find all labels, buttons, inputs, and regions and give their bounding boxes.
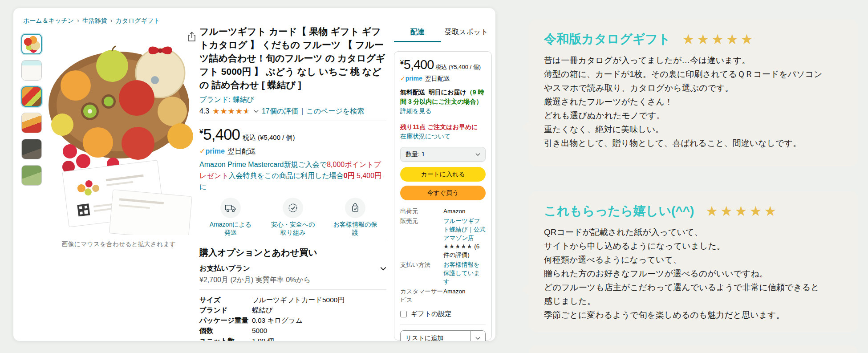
- image-hover-hint: 画像にマウスを合わせると拡大されます: [37, 240, 201, 248]
- thumbnail-4[interactable]: [21, 113, 42, 133]
- speech-tail: [521, 283, 531, 296]
- truck-icon: [220, 198, 241, 218]
- product-info-column: フルーツギフト カード【 果物 ギフト ギフトカタログ 】 くだもの フルーツ …: [199, 25, 386, 341]
- chevron-down-icon[interactable]: [380, 267, 386, 271]
- breadcrumb-daily-goods[interactable]: 生活雑貨: [82, 17, 107, 24]
- review-stars-icon: ★★★★★: [706, 203, 779, 219]
- review-card-partial: [529, 345, 858, 353]
- search-this-page-link[interactable]: このページを検索: [306, 107, 364, 116]
- breadcrumb-catalog-gift[interactable]: カタログギフト: [115, 17, 160, 24]
- delivery-tabs: 配達 受取スポット: [394, 28, 492, 42]
- customer-service-row: カスタマーサービス Amazon: [400, 287, 486, 304]
- secure-transaction-link[interactable]: お客様情報を保護しています: [443, 261, 480, 285]
- product-title: フルーツギフト カード【 果物 ギフト ギフトカタログ 】 くだもの フルーツ …: [199, 25, 386, 92]
- payment-plan-title: お支払いプラン: [199, 264, 250, 273]
- review-title: 令和版カタログギフト: [544, 31, 671, 48]
- chevron-down-icon: [475, 337, 480, 340]
- tab-delivery[interactable]: 配達: [394, 28, 441, 42]
- buy-options-heading: 購入オプションとあわせ買い: [199, 247, 386, 259]
- rating-value[interactable]: 4.3: [199, 107, 209, 115]
- share-icon[interactable]: [187, 31, 198, 43]
- payment-plan-row[interactable]: お支払いプラン ¥2,700月 (2か月) 実質年率 0%から: [199, 264, 386, 285]
- speech-tail: [521, 120, 531, 134]
- divider: [400, 325, 486, 325]
- prime-logo: prime: [205, 147, 225, 155]
- thumbnail-3[interactable]: [21, 86, 42, 107]
- breadcrumb-separator: ›: [77, 17, 79, 24]
- chevron-down-icon: [475, 153, 480, 156]
- thumbnail-1[interactable]: [21, 34, 42, 54]
- divider: [199, 241, 386, 241]
- price-block: ¥5,400税込 (¥5,400 / 個): [199, 126, 386, 143]
- prime-logo: prime: [406, 75, 422, 82]
- review-body: QRコードが記載された紙が入っていて、 サイトから申し込めるようになっていました…: [544, 225, 843, 322]
- review-title: これもらったら嬉しい(^^): [544, 203, 694, 219]
- review-body: 昔は一冊カタログが入ってましたが…今は違います。 薄型の箱に、カードが1枚。その…: [544, 53, 843, 150]
- seller-info: 出荷元 Amazon 販売元 フルーツギフト蝶結び｜公式アマゾン店 ★★★★★ …: [400, 207, 486, 304]
- bag-check-icon: [345, 198, 365, 218]
- prime-shipping-text: 翌日配送: [227, 147, 256, 155]
- thumbnail-6[interactable]: [21, 165, 42, 186]
- table-row: 個数5000: [199, 326, 386, 335]
- payment-method-row: 支払い方法 お客様情報を保護しています: [400, 260, 486, 286]
- review-stars-icon: ★★★★★: [682, 31, 755, 48]
- add-to-list-dropdown: リストに追加: [400, 330, 486, 341]
- add-to-list-button[interactable]: リストに追加: [401, 331, 470, 341]
- product-image[interactable]: [45, 30, 197, 235]
- seller-link[interactable]: フルーツギフト蝶結び｜公式アマゾン店: [443, 218, 486, 241]
- table-row: ブランド蝶結び: [199, 305, 386, 315]
- buybox-prime-row: ✓prime翌日配送: [400, 75, 486, 83]
- stock-warning: 残り11点 ご注文はお早めに 在庫状況について: [400, 122, 486, 141]
- rating-row: 4.3 ★★★★★★ 17個の評価 | このページを検索: [199, 106, 386, 116]
- review-card-1: 令和版カタログギフト ★★★★★ 昔は一冊カタログが入ってましたが…今は違います…: [529, 20, 858, 166]
- table-row: サイズフルーツギフトカード5000円: [199, 295, 386, 304]
- gift-option-row: ギフトの設定: [400, 310, 486, 318]
- price-tax-note: 税込 (¥5,400 / 個): [243, 134, 295, 141]
- buybox-price: ¥5,400 税込 (¥5,400 / 個): [400, 57, 486, 72]
- seal-check-icon: [283, 198, 303, 218]
- prime-check-icon: ✓: [199, 147, 205, 155]
- sold-by-row: 販売元 フルーツギフト蝶結び｜公式アマゾン店 ★★★★★ (6 件の評価): [400, 217, 486, 259]
- table-row: パッケージ重量0.03 キログラム: [199, 316, 386, 325]
- thumbnail-5[interactable]: [21, 139, 42, 159]
- thumbnail-strip: [21, 34, 42, 186]
- product-panel: ホーム＆キッチン›生活雑貨›カタログギフト: [13, 8, 495, 341]
- trust-badges: Amazonによる 発送 安心・安全への 取り組み お客様情報の保 護: [199, 198, 386, 236]
- review-card-2: これもらったら嬉しい(^^) ★★★★★ QRコードが記載された紙が入っていて、…: [529, 191, 858, 332]
- breadcrumb-separator: ›: [110, 17, 113, 24]
- badge-shipping[interactable]: Amazonによる 発送: [199, 198, 262, 236]
- breadcrumb: ホーム＆キッチン›生活雑貨›カタログギフト: [23, 17, 160, 25]
- buy-now-button[interactable]: 今すぐ買う: [400, 186, 486, 200]
- tab-pickup-spot[interactable]: 受取スポット: [441, 28, 492, 42]
- divider: [199, 289, 386, 290]
- gift-checkbox[interactable]: [400, 311, 407, 317]
- breadcrumb-home-kitchen[interactable]: ホーム＆キッチン: [23, 17, 74, 24]
- payment-plan-detail: ¥2,700月 (2か月) 実質年率 0%から: [199, 276, 386, 285]
- prime-check-icon: ✓: [400, 75, 406, 82]
- delivery-details-link[interactable]: 詳細を見る: [400, 107, 432, 114]
- rating-stars-icon[interactable]: ★★★★★★: [212, 106, 251, 116]
- card-promo[interactable]: Amazon Prime Mastercard新規ご入会で8,000ポイントプレ…: [199, 159, 386, 192]
- thumbnail-2[interactable]: [21, 60, 42, 81]
- badge-privacy[interactable]: お客様情報の保 護: [324, 198, 386, 236]
- add-to-cart-button[interactable]: カートに入れる: [400, 167, 486, 182]
- ships-from-row: 出荷元 Amazon: [400, 207, 486, 215]
- product-details-table: サイズフルーツギフトカード5000円 ブランド蝶結び パッケージ重量0.03 キ…: [199, 295, 386, 341]
- rating-separator: |: [301, 107, 303, 115]
- table-row: ユニット数1.00 個: [199, 336, 386, 341]
- brand-link[interactable]: ブランド: 蝶結び: [199, 96, 254, 103]
- prime-row: ✓prime翌日配送: [199, 147, 386, 156]
- add-to-list-expander[interactable]: [470, 331, 485, 341]
- badge-safety[interactable]: 安心・安全への 取り組み: [262, 198, 324, 236]
- chevron-down-icon[interactable]: [254, 110, 259, 113]
- delivery-promise: 無料配送 明日にお届け（9 時間 3 分以内にご注文の場合） 詳細を見る: [400, 88, 486, 116]
- quantity-select[interactable]: 数量: 1: [400, 147, 486, 162]
- ratings-count-link[interactable]: 17個の評価: [262, 107, 298, 116]
- stock-status-link[interactable]: 在庫状況について: [400, 133, 450, 140]
- gift-label: ギフトの設定: [411, 310, 451, 318]
- buy-box: ¥5,400 税込 (¥5,400 / 個) ✓prime翌日配送 無料配送 明…: [394, 51, 492, 341]
- divider: [199, 121, 386, 121]
- price-amount: 5,400: [203, 126, 240, 143]
- seller-stars-icon[interactable]: ★★★★★: [443, 243, 473, 250]
